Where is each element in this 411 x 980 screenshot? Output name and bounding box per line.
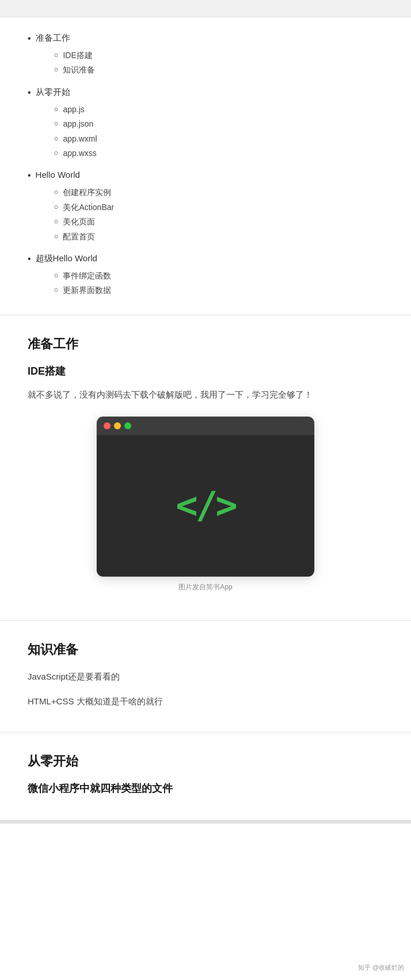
toc-sub-item-label[interactable]: app.js <box>63 103 84 116</box>
toc-sub-list: app.jsapp.jsonapp.wxmlapp.wxss <box>54 101 97 162</box>
paragraph-knowledge-2: HTML+CSS 大概知道是干啥的就行 <box>28 693 383 709</box>
toc-sub-item-label[interactable]: app.wxss <box>63 147 96 159</box>
paragraph-knowledge-1: JavaScript还是要看看的 <box>28 669 383 684</box>
toc-sub-item-label[interactable]: 配置首页 <box>63 230 95 243</box>
paragraph-ide: 就不多说了，没有内测码去下载个破解版吧，我用了一下，学习完全够了！ <box>28 387 383 402</box>
toc-sub-item: 配置首页 <box>54 230 115 243</box>
top-bar <box>0 0 411 17</box>
toc-section: 准备工作IDE搭建知识准备从零开始app.jsapp.jsonapp.wxmla… <box>0 17 411 315</box>
toc-sub-item: app.wxss <box>54 147 97 159</box>
toc-item-label: 准备工作 <box>36 31 96 45</box>
toc-sub-item: app.js <box>54 103 97 116</box>
ide-caption: 图片发自简书App <box>178 582 232 593</box>
ide-image-container: </> 图片发自简书App <box>28 416 383 593</box>
toc-item-label: Hello World <box>36 168 115 182</box>
heading-preparation: 准备工作 <box>28 334 383 354</box>
toc-item: Hello World创建程序实例美化ActionBar美化页面配置首页 <box>28 168 383 247</box>
toc-sub-item: 更新界面数据 <box>54 284 112 296</box>
ide-dot-red <box>104 422 111 429</box>
code-symbol: </> <box>176 476 235 535</box>
heading-start: 从零开始 <box>28 751 383 771</box>
toc-sub-item: app.json <box>54 117 97 130</box>
toc-sub-item-label[interactable]: 更新界面数据 <box>63 284 111 296</box>
toc-sub-list: IDE搭建知识准备 <box>54 47 96 78</box>
toc-sub-item-label[interactable]: app.json <box>63 117 93 130</box>
toc-item: 超级Hello World事件绑定函数更新界面数据 <box>28 251 383 301</box>
toc-sub-item: 美化ActionBar <box>54 201 115 213</box>
subheading-ide: IDE搭建 <box>28 363 383 380</box>
section-knowledge: 知识准备 JavaScript还是要看看的 HTML+CSS 大概知道是干啥的就… <box>0 620 411 732</box>
bottom-bar <box>0 820 411 823</box>
toc-sub-item: IDE搭建 <box>54 49 96 62</box>
toc-sub-item-label[interactable]: 知识准备 <box>63 63 95 76</box>
toc-sub-list: 创建程序实例美化ActionBar美化页面配置首页 <box>54 184 115 245</box>
heading-knowledge: 知识准备 <box>28 639 383 659</box>
toc-sub-item-label[interactable]: 美化页面 <box>63 215 95 228</box>
toc-sub-item: 事件绑定函数 <box>54 269 112 282</box>
toc-list: 准备工作IDE搭建知识准备从零开始app.jsapp.jsonapp.wxmla… <box>28 31 383 301</box>
toc-sub-item: 知识准备 <box>54 63 96 76</box>
ide-titlebar <box>97 417 314 435</box>
toc-sub-item-label[interactable]: 创建程序实例 <box>63 186 111 199</box>
section-preparation: 准备工作 IDE搭建 就不多说了，没有内测码去下载个破解版吧，我用了一下，学习完… <box>0 315 411 620</box>
toc-item: 准备工作IDE搭建知识准备 <box>28 31 383 81</box>
toc-sub-item-label[interactable]: IDE搭建 <box>63 49 92 62</box>
toc-item: 从零开始app.jsapp.jsonapp.wxmlapp.wxss <box>28 85 383 164</box>
toc-sub-item-label[interactable]: 美化ActionBar <box>63 201 114 213</box>
ide-mockup: </> <box>96 416 315 577</box>
section-start: 从零开始 微信小程序中就四种类型的文件 <box>0 732 411 818</box>
ide-dot-green <box>124 422 131 429</box>
ide-body: </> <box>97 435 314 577</box>
toc-sub-list: 事件绑定函数更新界面数据 <box>54 268 112 299</box>
toc-item-label: 超级Hello World <box>36 251 112 265</box>
toc-sub-item-label[interactable]: 事件绑定函数 <box>63 269 111 282</box>
toc-item-label: 从零开始 <box>36 85 97 99</box>
ide-dot-yellow <box>114 422 121 429</box>
toc-sub-item-label[interactable]: app.wxml <box>63 132 97 145</box>
subheading-start: 微信小程序中就四种类型的文件 <box>28 780 383 797</box>
toc-sub-item: 美化页面 <box>54 215 115 228</box>
toc-sub-item: app.wxml <box>54 132 97 145</box>
toc-sub-item: 创建程序实例 <box>54 186 115 199</box>
